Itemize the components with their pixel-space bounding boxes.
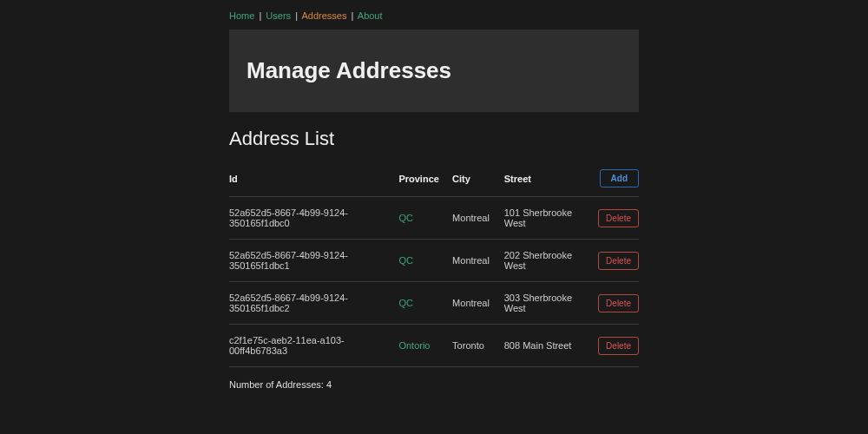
- cell-id: c2f1e75c-aeb2-11ea-a103-00ff4b6783a3: [229, 325, 398, 367]
- add-button[interactable]: Add: [600, 169, 639, 187]
- page-title: Manage Addresses: [247, 57, 621, 84]
- table-row: c2f1e75c-aeb2-11ea-a103-00ff4b6783a3 Ont…: [229, 325, 639, 367]
- breadcrumb-sep: |: [351, 10, 353, 21]
- cell-id: 52a652d5-8667-4b99-9124-350165f1dbc0: [229, 197, 398, 240]
- cell-city: Montreal: [452, 282, 504, 325]
- province-link[interactable]: QC: [398, 213, 413, 223]
- col-header-actions: Add: [597, 161, 639, 197]
- cell-street: 303 Sherbrooke West: [504, 282, 597, 325]
- delete-button[interactable]: Delete: [598, 337, 639, 355]
- col-header-province: Province: [398, 161, 452, 197]
- breadcrumb-users[interactable]: Users: [266, 10, 291, 21]
- address-count: Number of Addresses: 4: [229, 379, 639, 390]
- breadcrumb-sep: |: [259, 10, 261, 21]
- province-link[interactable]: QC: [398, 298, 413, 308]
- table-header-row: Id Province City Street Add: [229, 161, 639, 197]
- cell-city: Montreal: [452, 240, 504, 282]
- cell-street: 808 Main Street: [504, 325, 597, 367]
- table-row: 52a652d5-8667-4b99-9124-350165f1dbc1 QC …: [229, 240, 639, 282]
- cell-city: Montreal: [452, 197, 504, 240]
- breadcrumb: Home | Users | Addresses | About: [229, 10, 639, 21]
- cell-city: Toronto: [452, 325, 504, 367]
- breadcrumb-about[interactable]: About: [358, 10, 383, 21]
- cell-street: 202 Sherbrooke West: [504, 240, 597, 282]
- cell-street: 101 Sherbrooke West: [504, 197, 597, 240]
- col-header-id: Id: [229, 161, 398, 197]
- page-header: Manage Addresses: [229, 30, 639, 112]
- breadcrumb-addresses[interactable]: Addresses: [301, 10, 346, 21]
- province-link[interactable]: QC: [398, 255, 413, 266]
- breadcrumb-sep: |: [295, 10, 298, 21]
- delete-button[interactable]: Delete: [598, 294, 639, 312]
- province-link[interactable]: Ontorio: [398, 340, 430, 351]
- cell-id: 52a652d5-8667-4b99-9124-350165f1dbc1: [229, 240, 398, 282]
- table-row: 52a652d5-8667-4b99-9124-350165f1dbc2 QC …: [229, 282, 639, 325]
- delete-button[interactable]: Delete: [598, 252, 639, 270]
- breadcrumb-home[interactable]: Home: [229, 10, 254, 21]
- col-header-city: City: [452, 161, 504, 197]
- delete-button[interactable]: Delete: [598, 209, 639, 227]
- address-table: Id Province City Street Add 52a652d5-866…: [229, 161, 639, 367]
- section-title: Address List: [229, 128, 639, 150]
- table-row: 52a652d5-8667-4b99-9124-350165f1dbc0 QC …: [229, 197, 639, 240]
- cell-id: 52a652d5-8667-4b99-9124-350165f1dbc2: [229, 282, 398, 325]
- col-header-street: Street: [504, 161, 597, 197]
